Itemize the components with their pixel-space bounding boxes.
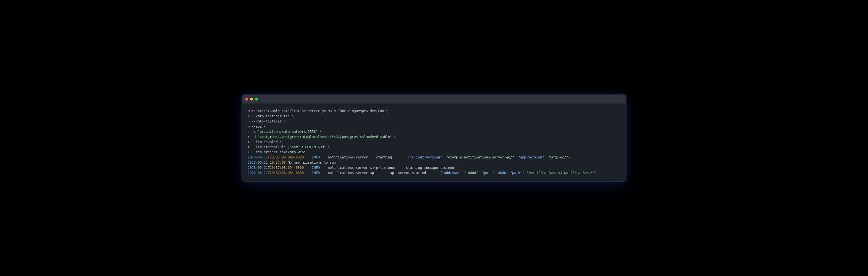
gap xyxy=(368,155,376,159)
arg-text: > --xmtp-listener \ xyxy=(248,119,286,123)
log-message: starting xyxy=(376,155,392,159)
log-month: 06 xyxy=(258,165,262,170)
arg-line: > --fcm-credentials-json="$YOURFCMJSON" … xyxy=(248,145,330,149)
prompt-user: fabrizioguespe$ xyxy=(336,109,370,113)
arg-text: > -x xyxy=(248,130,258,133)
json-colon: : xyxy=(522,171,526,175)
json-comma: , xyxy=(478,171,482,175)
arg-text: > -d xyxy=(248,135,258,139)
json-key: "app-version" xyxy=(518,155,544,159)
log-day: 11 xyxy=(264,171,268,175)
log-text: migrations to run xyxy=(300,160,336,164)
json-colon: : xyxy=(442,155,446,159)
arg-text: > --fcm-project-id= xyxy=(248,150,286,154)
log-level: INFO xyxy=(312,171,320,175)
cmd-cont: \ xyxy=(384,109,388,113)
close-icon[interactable] xyxy=(245,98,248,100)
arg-text: > --xmtp-listener-tls \ xyxy=(248,114,294,118)
json-comma: , xyxy=(514,155,518,159)
log-level: INFO xyxy=(312,165,320,170)
arg-line: > -d "postgres://postgres:xmtp@localhost… xyxy=(248,135,396,139)
arg-suffix: \ xyxy=(392,135,396,139)
gap xyxy=(304,171,312,175)
log-sep: - xyxy=(256,165,258,170)
log-day: 11 xyxy=(264,160,268,164)
json-open: { xyxy=(440,171,442,175)
log-text: No xyxy=(286,160,294,164)
log-component: notifications-server xyxy=(328,155,368,159)
log-month: 06 xyxy=(258,160,262,164)
gap xyxy=(426,171,440,175)
minimize-icon[interactable] xyxy=(250,98,253,100)
log-time: 20:37:08 xyxy=(270,160,286,164)
cmd-prefix: dev xyxy=(370,109,376,113)
json-close: } xyxy=(594,171,596,175)
gap xyxy=(320,155,328,159)
arg-suffix: \ xyxy=(318,130,321,133)
arg-string: "xmtp-web" xyxy=(286,150,306,154)
arg-line: > --fcm-project-id="xmtp-web" xyxy=(248,150,306,154)
json-value: ":8080" xyxy=(464,171,478,175)
log-keyword: new xyxy=(294,160,300,164)
json-colon: : xyxy=(494,171,498,175)
log-sep: / xyxy=(262,160,264,164)
log-message: starting message listener xyxy=(406,165,456,170)
log-line: 2023-06-11T20:37:08.054-0300 INFO notifi… xyxy=(248,165,456,170)
json-key: "client-version" xyxy=(410,155,442,159)
json-number: 8080 xyxy=(498,171,506,175)
terminal-window: MacFabri:example-notification-server-go-… xyxy=(242,95,626,181)
log-year: 2023 xyxy=(248,171,256,175)
gap xyxy=(376,171,390,175)
log-month: 06 xyxy=(258,155,262,159)
log-year: 2023 xyxy=(248,160,256,164)
log-line: 2023/06/11 20:37:08 No new migrations to… xyxy=(248,160,336,164)
maximize-icon[interactable] xyxy=(255,98,258,100)
arg-text: > --api \ xyxy=(248,124,266,128)
arg-line: > --fcm-enabled \ xyxy=(248,140,282,144)
gap xyxy=(320,171,328,175)
arg-text: > --fcm-credentials-json= xyxy=(248,145,298,149)
json-value: "xmtp-go/" xyxy=(548,155,568,159)
gap xyxy=(396,165,406,170)
log-year: 2023 xyxy=(248,165,256,170)
log-line: 2023-06-11T20:37:08.040-0300 INFO notifi… xyxy=(248,155,570,159)
prompt-line: MacFabri:example-notification-server-go-… xyxy=(248,109,388,113)
prompt-host: MacFabri xyxy=(248,109,264,113)
arg-suffix: \ xyxy=(326,145,330,149)
log-line: 2023-06-11T20:37:08.054-0300 INFO notifi… xyxy=(248,171,596,175)
json-key: "path" xyxy=(510,171,522,175)
log-level: INFO xyxy=(312,155,320,159)
json-comma: , xyxy=(506,171,510,175)
json-value: "/notifications.v1.Notifications/" xyxy=(526,171,594,175)
log-day: 11 xyxy=(264,155,268,159)
arg-text: > --fcm-enabled \ xyxy=(248,140,282,144)
log-message: api server started xyxy=(390,171,426,175)
arg-string: "production.xmtp.network:5556" xyxy=(258,130,318,133)
json-colon: : xyxy=(460,171,464,175)
gap xyxy=(392,155,408,159)
log-time: T20:37:08.054-0300 xyxy=(268,171,304,175)
log-component: notifications-server.api xyxy=(328,171,376,175)
log-time: T20:37:08.040-0300 xyxy=(268,155,304,159)
json-key: "address" xyxy=(442,171,460,175)
json-value: "example-notifications-server-go/" xyxy=(446,155,514,159)
arg-line: > --api \ xyxy=(248,124,266,128)
json-key: "port" xyxy=(482,171,494,175)
log-year: 2023 xyxy=(248,155,256,159)
terminal-output[interactable]: MacFabri:example-notification-server-go-… xyxy=(242,103,626,181)
cmd-name: run xyxy=(378,109,384,113)
log-month: 06 xyxy=(258,171,262,175)
arg-string: "postgres://postgres:xmtp@localhost:2543… xyxy=(258,135,392,139)
gap xyxy=(304,155,312,159)
prompt-dir: example-notification-server-go-main xyxy=(266,109,336,113)
log-sep: - xyxy=(262,165,264,170)
arg-line: > --xmtp-listener-tls \ xyxy=(248,114,294,118)
log-day: 11 xyxy=(264,165,268,170)
log-sep: - xyxy=(262,155,264,159)
arg-line: > --xmtp-listener \ xyxy=(248,119,286,123)
json-close: } xyxy=(568,155,570,159)
log-component: notifications-server.xmtp-listener xyxy=(328,165,396,170)
gap xyxy=(320,165,328,170)
gap xyxy=(304,165,312,170)
arg-line: > -x "production.xmtp.network:5556" \ xyxy=(248,130,322,133)
